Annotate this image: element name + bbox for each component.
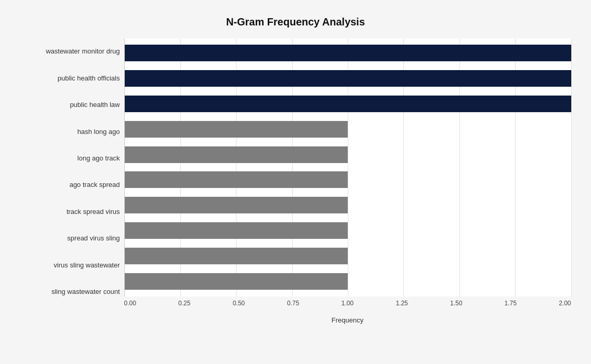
bar: [125, 45, 571, 61]
x-tick: 2.00: [559, 300, 571, 315]
y-axis: wastewater monitor drugpublic health off…: [20, 38, 124, 324]
bar: [125, 222, 348, 239]
bar-row: [125, 271, 571, 292]
bar-row: [125, 169, 571, 191]
y-label: ago track spread: [20, 172, 120, 198]
bar: [125, 273, 348, 290]
bar-row: [125, 68, 571, 89]
bar: [125, 197, 348, 213]
x-tick: 1.50: [450, 300, 462, 315]
x-tick: 1.00: [342, 300, 353, 315]
plot-area: 0.000.250.500.751.001.251.501.752.00 Fre…: [124, 38, 571, 324]
y-label: long ago track: [20, 145, 120, 171]
bar: [125, 96, 571, 112]
y-label: spread virus sling: [20, 225, 120, 251]
x-axis-label: Frequency: [124, 316, 571, 324]
x-tick: 1.25: [396, 300, 408, 315]
bar: [125, 171, 348, 188]
chart-area: wastewater monitor drugpublic health off…: [20, 38, 571, 324]
bar-row: [125, 42, 571, 64]
y-label: hash long ago: [20, 118, 120, 145]
bar: [125, 146, 348, 163]
chart-title: N-Gram Frequency Analysis: [20, 16, 571, 28]
y-label: virus sling wastewater: [20, 252, 120, 278]
bar: [125, 121, 348, 138]
bar-row: [125, 220, 571, 241]
grid-line: [571, 38, 572, 296]
bar-row: [125, 93, 571, 115]
bar-row: [125, 194, 571, 216]
bars-container: [125, 38, 571, 296]
y-label: public health officials: [20, 65, 120, 91]
x-tick: 0.25: [178, 300, 190, 315]
bar-row: [125, 144, 571, 166]
bar-row: [125, 118, 571, 140]
x-axis: 0.000.250.500.751.001.251.501.752.00: [124, 296, 571, 315]
bar-row: [125, 245, 571, 267]
chart-container: N-Gram Frequency Analysis wastewater mon…: [10, 6, 582, 359]
x-tick: 0.75: [287, 300, 299, 315]
bar: [125, 248, 348, 264]
x-tick: 0.00: [124, 300, 136, 315]
x-tick: 0.50: [233, 300, 245, 315]
y-label: track spread virus: [20, 198, 120, 225]
y-label: sling wastewater count: [20, 278, 120, 305]
y-label: public health law: [20, 91, 120, 118]
bars-section: [124, 38, 571, 296]
y-label: wastewater monitor drug: [20, 38, 120, 65]
bar: [125, 70, 571, 87]
x-tick: 1.75: [505, 300, 517, 315]
